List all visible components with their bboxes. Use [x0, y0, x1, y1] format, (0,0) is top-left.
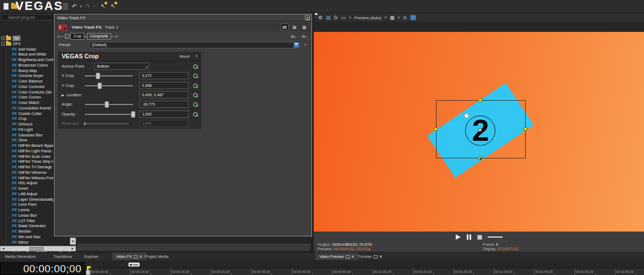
slider-thumb[interactable]: [97, 82, 102, 89]
stop-button[interactable]: [477, 235, 482, 240]
collapse-icon[interactable]: −: [1, 42, 5, 46]
fx-list-item[interactable]: FXLevels: [12, 207, 30, 213]
save-snapshot-icon[interactable]: [410, 15, 416, 20]
param-slider[interactable]: [85, 104, 133, 105]
fx-list-item[interactable]: FXColor Corrector: [12, 84, 45, 89]
fx-list-item[interactable]: FXFill Light: [12, 127, 32, 132]
window-icon[interactable]: [374, 255, 378, 258]
tab-media-generators[interactable]: Media Generators: [2, 252, 39, 261]
fx-list-item[interactable]: FXLayer Dimensionality: [12, 196, 54, 202]
fx-list-item[interactable]: FXHSL Adjust: [12, 180, 37, 186]
crop-handle-top[interactable]: [478, 98, 482, 102]
small-grid-view-icon[interactable]: ▦: [291, 24, 298, 30]
tab-transitions[interactable]: Transitions: [51, 252, 75, 261]
close-icon[interactable]: ✕: [351, 255, 354, 259]
param-slider[interactable]: [85, 85, 133, 86]
fx-list-item[interactable]: FXHitFilm Scan Lines: [12, 153, 51, 159]
fx-list-item[interactable]: FXChroma Keyer: [12, 73, 43, 79]
crop-enabled-checkbox[interactable]: ✓: [65, 34, 69, 38]
remove-fx-icon[interactable]: fxx: [302, 34, 307, 39]
tree-item-all[interactable]: + All: [1, 35, 20, 41]
fx-list-item[interactable]: FXHitFilm Witness Prot: [12, 175, 53, 180]
tab-video-fx[interactable]: Video FX✕: [113, 252, 146, 261]
fx-list-item[interactable]: FXCrop: [12, 116, 27, 122]
delete-preset-icon[interactable]: ✕: [303, 42, 307, 47]
param-value-input[interactable]: 0,308: [139, 82, 189, 89]
help-button[interactable]: ?: [195, 54, 198, 58]
interaction-help-icon[interactable]: ↖: [99, 2, 107, 10]
tree-item-ofx[interactable]: − OFX: [1, 41, 20, 46]
add-fx-icon[interactable]: fx+: [291, 34, 297, 39]
fx-list-item[interactable]: FXBroadcast Colors: [12, 62, 48, 68]
grid-overlay-icon[interactable]: ▦: [390, 15, 395, 20]
param-value-input[interactable]: 1,000: [139, 111, 189, 118]
pause-button[interactable]: [466, 234, 472, 240]
fx-list-item[interactable]: FXColor Corrector (Se: [12, 89, 52, 95]
crop-handle-right[interactable]: [523, 127, 527, 131]
fx-list-item[interactable]: FXHitFilm Vibrance: [12, 169, 47, 175]
external-monitor-icon[interactable]: ▤: [326, 15, 331, 20]
animate-icon[interactable]: [193, 102, 199, 107]
split-screen-icon[interactable]: ▭: [341, 15, 346, 20]
scroll-left-icon[interactable]: ◄: [1, 246, 6, 251]
fx-list-item[interactable]: FXMin and Max: [12, 234, 40, 239]
marker-bar[interactable]: →: [85, 260, 644, 268]
fx-list-item[interactable]: FXDefocus: [12, 122, 32, 127]
fx-list-item[interactable]: FXCookie Cutter: [12, 111, 42, 116]
crop-handle-bottom[interactable]: [478, 156, 482, 160]
fx-list-item[interactable]: FXConvolution Kernel: [12, 105, 51, 111]
window-button-icon[interactable]: [305, 15, 310, 20]
scroll-right-icon[interactable]: ►: [70, 246, 75, 251]
param-value-input[interactable]: 0,499; 0,487: [139, 91, 189, 98]
fx-list-item[interactable]: FXHitFilm Three Strip C: [12, 159, 54, 164]
chain-plugin-crop[interactable]: Crop: [70, 33, 84, 40]
param-value-input[interactable]: 0,272: [139, 72, 189, 79]
large-grid-view-icon[interactable]: ▩: [301, 24, 308, 30]
new-project-icon[interactable]: [2, 2, 10, 10]
crop-center-handle[interactable]: [478, 128, 482, 132]
list-view-icon[interactable]: [281, 24, 288, 30]
hscroll-thumb[interactable]: [29, 247, 43, 251]
grid-overlay-dropdown-icon[interactable]: ▾: [398, 15, 400, 20]
paste-icon[interactable]: [62, 2, 69, 10]
param-value-input[interactable]: 0,000: [139, 120, 189, 127]
video-output-fx-icon[interactable]: fx: [334, 15, 338, 20]
dialog-titlebar[interactable]: Video Track FX: [54, 14, 312, 21]
anchor-point-combobox[interactable]: Bottom▾: [94, 63, 149, 70]
tab-project-media[interactable]: Project Media: [142, 252, 171, 261]
slider-thumb[interactable]: [84, 122, 86, 125]
copy-snapshot-icon[interactable]: ⧉: [403, 15, 406, 21]
scroll-down-icon[interactable]: ▼: [70, 238, 76, 245]
window-icon[interactable]: [346, 255, 350, 258]
fx-list-item[interactable]: FXMirror: [12, 239, 29, 245]
preview-quality-label[interactable]: Preview (Auto): [354, 15, 381, 20]
fx-window-scroll-track[interactable]: [77, 244, 310, 251]
chain-composite[interactable]: Composite: [87, 33, 111, 40]
fx-list-item[interactable]: FXColor Balance: [12, 79, 42, 84]
fx-list-item[interactable]: FXHitFilm Light Flares: [12, 148, 52, 153]
fx-list-item[interactable]: FXGaussian Blur: [12, 132, 42, 138]
slider-thumb[interactable]: [105, 101, 109, 108]
rotation-handle[interactable]: [464, 113, 469, 118]
tab-trimmer[interactable]: Trimmer✕: [355, 252, 385, 261]
preset-combobox[interactable]: (Default) ▾: [89, 42, 297, 48]
param-slider[interactable]: [85, 75, 133, 76]
animate-icon[interactable]: [193, 73, 199, 79]
window-icon[interactable]: [134, 255, 138, 258]
fx-list-item[interactable]: FXInvert: [12, 186, 28, 191]
animate-icon[interactable]: [193, 92, 199, 98]
fx-list-item[interactable]: FXLUT Filter: [12, 218, 35, 223]
expand-icon[interactable]: +: [1, 36, 5, 40]
preview-settings-gear-icon[interactable]: ⚙: [318, 15, 323, 20]
fx-list-item[interactable]: FXHitFilm Bleach Bypas: [12, 143, 55, 148]
slider-thumb[interactable]: [96, 73, 100, 79]
close-icon[interactable]: ✕: [379, 255, 383, 259]
about-button[interactable]: About: [179, 54, 189, 58]
crop-handle-left[interactable]: [434, 127, 438, 131]
animate-icon[interactable]: [193, 112, 199, 117]
fx-list-item[interactable]: FXBlack and White: [12, 52, 46, 57]
param-value-input[interactable]: -33,773: [139, 101, 189, 108]
animate-icon[interactable]: [193, 64, 199, 69]
fx-list-item[interactable]: FXBrightness and Cont: [12, 57, 53, 63]
interactive-tutorials-icon[interactable]: ↖: [109, 2, 117, 10]
